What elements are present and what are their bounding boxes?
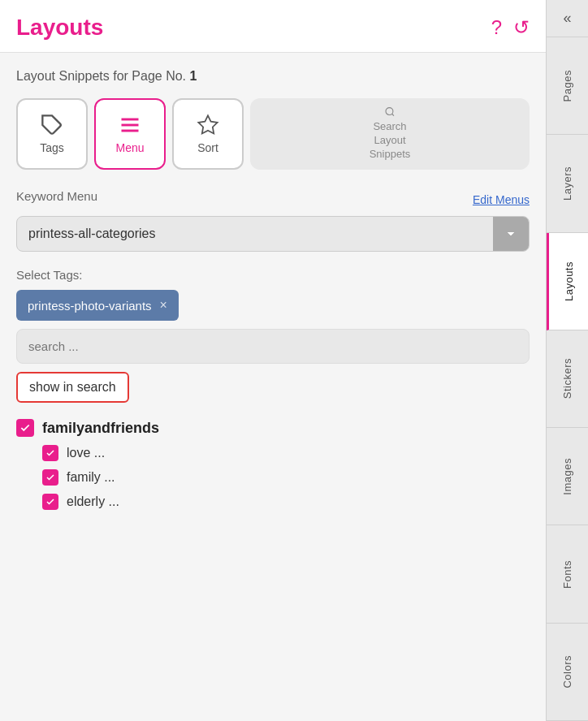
tags-button[interactable]: Tags xyxy=(16,98,88,170)
sub-item-elderly-checkbox[interactable] xyxy=(42,494,58,510)
keyword-menu-row: Keyword Menu Edit Menus xyxy=(16,189,530,209)
sub-item-family-checkbox[interactable] xyxy=(42,469,58,486)
keyword-input-wrap xyxy=(16,216,530,252)
tag-remove-button[interactable]: × xyxy=(160,298,167,313)
tags-label: Tags xyxy=(40,141,64,154)
edit-menus-link[interactable]: Edit Menus xyxy=(473,193,530,206)
keyword-menu-label: Keyword Menu xyxy=(16,189,97,203)
category-checkbox[interactable] xyxy=(16,419,34,437)
sub-item-love-label: love ... xyxy=(67,446,105,460)
search-layouts-button[interactable]: Search Layout Snippets xyxy=(250,98,530,170)
tag-search-input[interactable] xyxy=(16,329,530,364)
header-actions: ? ↺ xyxy=(491,16,530,39)
sub-item-family-label: family ... xyxy=(67,470,115,485)
sub-item-family: family ... xyxy=(42,469,530,486)
sub-items: love ... family ... xyxy=(42,445,530,510)
sidebar-layers-label: Layers xyxy=(561,166,573,201)
sub-item-elderly: elderly ... xyxy=(42,494,530,510)
sidebar-item-layouts[interactable]: Layouts xyxy=(547,233,588,330)
sidebar-item-stickers[interactable]: Stickers xyxy=(547,330,588,428)
sidebar-images-label: Images xyxy=(561,458,573,495)
search-layouts-label: Search Layout Snippets xyxy=(370,120,411,162)
show-in-search-button[interactable]: show in search xyxy=(16,372,129,403)
sidebar-stickers-label: Stickers xyxy=(561,358,573,399)
header: Layouts ? ↺ xyxy=(0,0,546,53)
sidebar-item-layers[interactable]: Layers xyxy=(547,135,588,232)
sidebar-colors-label: Colors xyxy=(561,655,573,689)
keyword-input[interactable] xyxy=(17,217,493,251)
sidebar-layouts-label: Layouts xyxy=(563,261,575,301)
categories-list: familyandfriends love ... xyxy=(16,419,530,510)
sidebar-item-images[interactable]: Images xyxy=(547,428,588,525)
keyword-dropdown-button[interactable] xyxy=(493,217,529,251)
content-area: Layout Snippets for Page No. 1 Tags xyxy=(0,53,546,721)
svg-point-5 xyxy=(386,108,393,115)
sidebar-pages-label: Pages xyxy=(561,70,573,101)
right-sidebar: « Pages Layers Layouts Stickers Images F… xyxy=(546,0,588,721)
page-title: Layouts xyxy=(16,15,103,41)
collapse-button[interactable]: « xyxy=(547,0,588,37)
help-icon[interactable]: ? xyxy=(491,16,502,39)
sidebar-item-colors[interactable]: Colors xyxy=(547,624,588,721)
refresh-icon[interactable]: ↺ xyxy=(513,16,530,39)
sidebar-fonts-label: Fonts xyxy=(561,560,573,589)
tags-row: printess-photo-variants × xyxy=(16,290,530,321)
toolbar: Tags Menu Sort xyxy=(16,98,530,170)
select-tags-label: Select Tags: xyxy=(16,268,530,282)
sidebar-item-pages[interactable]: Pages xyxy=(547,37,588,135)
category-item: familyandfriends xyxy=(16,419,530,437)
menu-button[interactable]: Menu xyxy=(94,98,166,170)
show-in-search-label: show in search xyxy=(29,380,116,394)
sort-button[interactable]: Sort xyxy=(172,98,244,170)
sub-item-love-checkbox[interactable] xyxy=(42,445,58,461)
svg-line-6 xyxy=(392,114,394,115)
page-subtitle: Layout Snippets for Page No. 1 xyxy=(16,69,530,84)
tag-chip: printess-photo-variants × xyxy=(16,290,179,321)
collapse-icon: « xyxy=(563,10,571,27)
sidebar-item-fonts[interactable]: Fonts xyxy=(547,525,588,623)
tag-chip-label: printess-photo-variants xyxy=(28,299,152,313)
sort-label: Sort xyxy=(197,141,218,154)
svg-marker-4 xyxy=(198,115,217,133)
sub-item-elderly-label: elderly ... xyxy=(67,494,119,509)
category-label: familyandfriends xyxy=(42,420,159,437)
menu-label: Menu xyxy=(115,141,144,154)
sub-item-love: love ... xyxy=(42,445,530,461)
